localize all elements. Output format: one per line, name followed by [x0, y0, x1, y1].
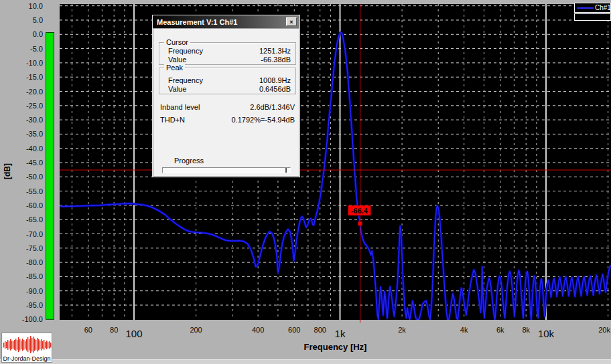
y-tick-label: -5.0 — [30, 45, 43, 53]
waveform-bar — [49, 341, 50, 349]
y-tick-label: -80.0 — [26, 258, 43, 266]
waveform-bar — [34, 339, 35, 351]
y-tick-label: -60.0 — [26, 201, 43, 209]
measurement-dialog: Measurement V:1 Ch#1 × Cursor Frequency … — [152, 15, 300, 177]
cursor-value-value: -66.38dB — [261, 56, 291, 64]
waveform-bar — [29, 339, 29, 351]
y-tick-label: 0.0 — [33, 30, 43, 38]
y-tick-label: -55.0 — [26, 187, 43, 195]
waveform-bar — [25, 341, 25, 349]
x-tick-label: 10k — [538, 328, 555, 339]
waveform-bar — [27, 337, 28, 352]
waveform-bar — [46, 341, 47, 349]
waveform-bar — [5, 341, 5, 349]
dialog-body: Cursor Frequency 1251.3Hz Value -66.38dB… — [153, 28, 299, 177]
waveform-bar — [50, 343, 51, 347]
waveform-bar — [31, 338, 32, 351]
close-icon[interactable]: × — [286, 17, 297, 26]
x-tick-label: 400 — [252, 326, 264, 334]
y-tick-label: -75.0 — [26, 244, 43, 252]
peak-value-value: 0.6456dB — [259, 85, 291, 93]
waveform-bar — [7, 340, 8, 350]
y-tick-label: -65.0 — [26, 215, 43, 223]
x-tick-label: 20k — [598, 326, 610, 334]
y-tick-label: -70.0 — [26, 230, 43, 238]
progress-mark — [285, 168, 287, 173]
inband-level-label: Inband level — [160, 103, 200, 111]
waveform-bar — [45, 342, 46, 348]
cursor-frequency-value: 1251.3Hz — [259, 47, 291, 55]
inband-level-value: 2.6dB/1.346V — [250, 103, 295, 111]
waveform-bar — [6, 342, 7, 348]
y-tick-label: -50.0 — [26, 173, 43, 181]
progress-label: Progress — [174, 157, 204, 165]
y-tick-label: -40.0 — [26, 145, 43, 153]
cursor-frequency-label: Frequency — [168, 47, 203, 55]
legend-line-swatch — [577, 7, 594, 9]
legend-entry-empty[interactable] — [574, 13, 611, 21]
peak-group-label: Peak — [164, 64, 185, 72]
y-tick-label: -30.0 — [26, 116, 43, 124]
peak-frequency-value: 1008.9Hz — [259, 76, 291, 84]
y-tick-label: -85.0 — [26, 272, 43, 280]
inband-level-row: Inband level 2.6dB/1.346V — [160, 103, 295, 112]
legend-entry-ch1[interactable]: Ch#1 — [574, 3, 611, 13]
app-window: { "accent_colors":{"trace_blue":"#2222f2… — [0, 0, 611, 364]
vendor-logo: Dr-Jordan-Design — [1, 333, 52, 363]
waveform-bar — [21, 341, 21, 349]
waveform-bar — [42, 341, 43, 349]
y-tick-label: -20.0 — [26, 88, 43, 96]
peak-frequency-row: Frequency 1008.9Hz — [168, 76, 291, 85]
x-tick-label: 60 — [84, 326, 92, 334]
waveform-icon — [2, 335, 52, 356]
y-tick-label: -95.0 — [26, 301, 43, 309]
cursor-value-label: Value — [168, 56, 186, 64]
peak-group: Peak Frequency 1008.9Hz Value 0.6456dB — [159, 68, 296, 94]
dialog-title: Measurement V:1 Ch#1 — [157, 18, 237, 26]
waveform-bar — [22, 339, 23, 351]
waveform-bar — [41, 339, 42, 351]
cursor-frequency-row: Frequency 1251.3Hz — [168, 47, 291, 56]
waveform-bar — [9, 341, 9, 349]
legend-label: Ch#1 — [595, 4, 611, 11]
waveform-bar — [11, 341, 12, 349]
y-tick-label: 5.0 — [33, 16, 43, 24]
x-tick-label: 800 — [314, 326, 326, 334]
waveform-bar — [40, 341, 40, 349]
thdn-row: THD+N 0.1792%=-54.94dB — [160, 116, 295, 124]
spectrum-chart[interactable]: -66.410.05.00.0-5.0-10.0-15.0-20.0-25.0-… — [0, 0, 611, 364]
waveform-bar — [19, 339, 20, 351]
x-tick-label: 1k — [335, 328, 346, 339]
x-tick-label: 4k — [460, 326, 468, 334]
y-axis-title: [dB] — [3, 158, 12, 185]
y-tick-label: -25.0 — [26, 102, 43, 110]
y-tick-label: -35.0 — [26, 130, 43, 138]
window-bottom-edge — [0, 359, 611, 364]
x-axis-title: Frequency [Hz] — [60, 342, 611, 352]
x-tick-label: 2k — [398, 326, 406, 334]
waveform-bar — [14, 340, 15, 350]
thdn-label: THD+N — [160, 116, 185, 124]
peak-value-label: Value — [168, 85, 186, 93]
peak-frequency-label: Frequency — [168, 76, 203, 84]
waveform-bar — [10, 339, 11, 351]
y-tick-label: -45.0 — [26, 159, 43, 167]
waveform-bar — [48, 342, 48, 348]
y-tick-label: -15.0 — [26, 73, 43, 81]
dialog-titlebar[interactable]: Measurement V:1 Ch#1 — [153, 15, 299, 28]
waveform-bar — [37, 338, 38, 351]
waveform-bar — [15, 339, 16, 351]
waveform-bar — [13, 341, 13, 349]
x-tick-label: 200 — [190, 326, 202, 334]
level-meter — [46, 33, 54, 320]
cursor-value-flag-text: -66.4 — [351, 207, 368, 215]
waveform-bar — [44, 340, 44, 350]
x-tick-label: 6k — [496, 326, 504, 334]
y-tick-label: -100.0 — [22, 315, 43, 323]
x-tick-label: 8k — [522, 326, 530, 334]
cursor-marker[interactable] — [358, 221, 362, 225]
waveform-bar — [17, 340, 17, 350]
x-tick-label: 80 — [110, 326, 118, 334]
peak-value-row: Value 0.6456dB — [168, 85, 291, 94]
y-tick-label: 10.0 — [29, 2, 43, 10]
